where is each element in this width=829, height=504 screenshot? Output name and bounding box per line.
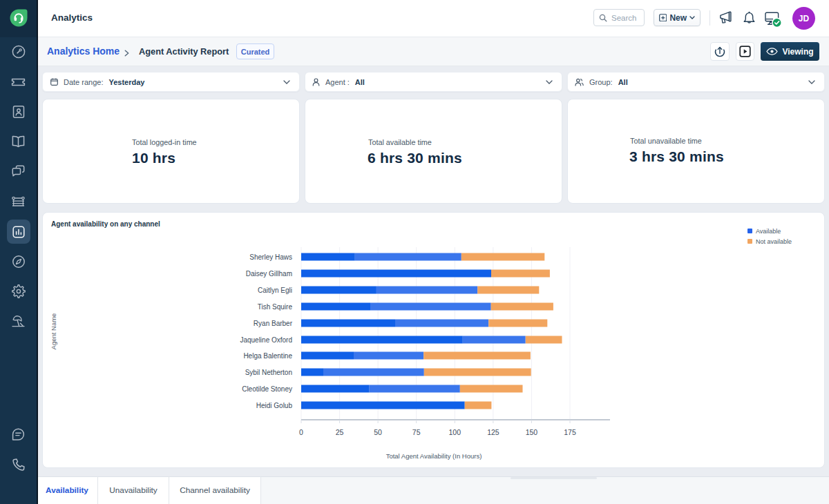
svg-text:Helga Balentine: Helga Balentine xyxy=(243,352,292,360)
svg-text:Cleotilde Stoney: Cleotilde Stoney xyxy=(242,385,292,393)
svg-text:Agent Name: Agent Name xyxy=(50,313,57,350)
svg-text:Sybil Netherton: Sybil Netherton xyxy=(245,369,292,376)
svg-text:Sherley Haws: Sherley Haws xyxy=(249,253,292,261)
svg-text:150: 150 xyxy=(526,428,538,436)
svg-text:0: 0 xyxy=(299,428,303,436)
svg-text:75: 75 xyxy=(412,428,421,436)
svg-text:50: 50 xyxy=(374,428,382,436)
svg-text:Ryan Barber: Ryan Barber xyxy=(254,320,293,327)
svg-text:Tish Squire: Tish Squire xyxy=(258,303,293,311)
svg-text:Heidi Golub: Heidi Golub xyxy=(256,402,293,409)
svg-text:Not available: Not available xyxy=(756,238,792,245)
svg-text:Agent availability on any chan: Agent availability on any channel xyxy=(51,220,160,228)
svg-text:Total Agent Availability (In H: Total Agent Availability (In Hours) xyxy=(386,452,482,460)
svg-text:Caitlyn Egli: Caitlyn Egli xyxy=(258,287,292,294)
svg-text:175: 175 xyxy=(564,428,576,436)
svg-text:125: 125 xyxy=(487,428,499,436)
svg-text:25: 25 xyxy=(336,428,344,436)
svg-text:Available: Available xyxy=(756,228,781,235)
svg-text:Daisey Gillham: Daisey Gillham xyxy=(246,270,292,278)
svg-text:Jaqueline Oxford: Jaqueline Oxford xyxy=(240,336,292,344)
svg-text:100: 100 xyxy=(449,428,461,436)
